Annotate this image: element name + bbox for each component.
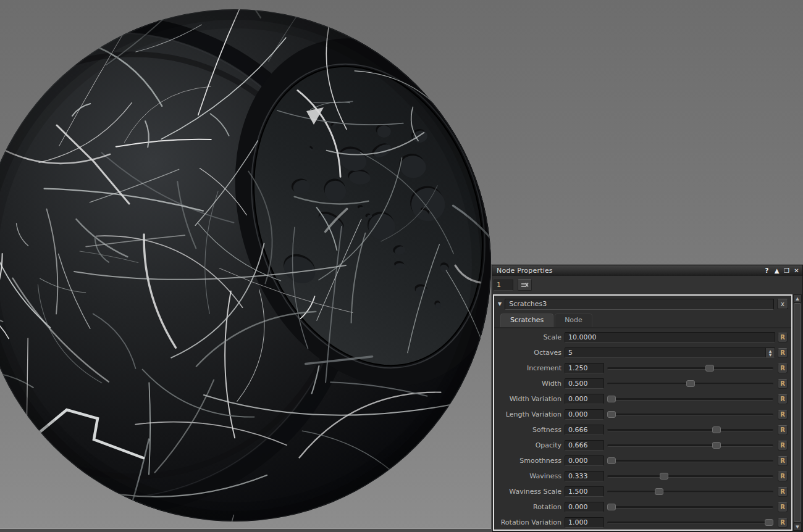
slider-thumb[interactable] xyxy=(712,426,721,433)
parameter-row: Width Variation 0.000 R xyxy=(494,391,791,407)
slider-thumb[interactable] xyxy=(660,473,668,480)
parameter-label: Smoothness xyxy=(494,457,563,465)
parameter-label: Rotation xyxy=(494,503,563,511)
reset-button[interactable]: R xyxy=(778,518,788,528)
remove-node-button[interactable]: x xyxy=(777,299,788,309)
tab-node[interactable]: Node xyxy=(555,314,592,327)
parameter-row: Waviness 0.333 R xyxy=(494,468,791,484)
reset-button[interactable]: R xyxy=(778,348,788,358)
parameter-value-field[interactable]: 1.250 xyxy=(565,363,604,373)
parameter-label: Increment xyxy=(494,364,563,372)
slider-thumb[interactable] xyxy=(607,457,616,464)
reset-button[interactable]: R xyxy=(778,379,788,389)
parameter-slider[interactable] xyxy=(607,378,773,389)
panel-scrollbar[interactable]: ▲ ▼ xyxy=(792,294,802,531)
parameter-slider[interactable] xyxy=(607,455,773,466)
slider-thumb[interactable] xyxy=(705,365,714,372)
scroll-down-icon[interactable]: ▼ xyxy=(793,523,802,531)
parameter-value-field[interactable]: 0.000 xyxy=(565,502,604,512)
parameter-slider[interactable] xyxy=(607,425,773,435)
reset-button[interactable]: R xyxy=(778,502,788,512)
restore-icon[interactable]: ❐ xyxy=(783,266,791,275)
parameter-label: Scale xyxy=(494,333,563,341)
collapse-arrow-icon[interactable]: ▼ xyxy=(498,301,502,307)
parameter-label: Width Variation xyxy=(494,395,563,403)
parameter-slider[interactable] xyxy=(607,440,773,451)
slider-thumb[interactable] xyxy=(607,504,616,510)
parameter-slider[interactable] xyxy=(607,502,773,512)
reset-button[interactable]: R xyxy=(778,364,788,373)
parameter-value-field[interactable]: 0.666 xyxy=(565,440,604,451)
node-group: ▼ Scratches3 x Scratches Node Scale 10.0… xyxy=(493,294,792,531)
parameter-row: Increment 1.250 R xyxy=(494,360,791,376)
parameter-value-field[interactable]: 0.000 xyxy=(565,455,604,466)
slider-thumb[interactable] xyxy=(607,396,616,402)
slider-track xyxy=(607,398,773,401)
parameter-value: 1.500 xyxy=(565,488,588,496)
spinner-arrows-icon[interactable]: ▲ ▼ xyxy=(765,348,775,357)
node-properties-panel: Node Properties ? ▲ ❐ ✕ 1 ▼ Scratches3 x… xyxy=(492,265,803,532)
parameter-value-field[interactable]: 10.0000 xyxy=(565,332,775,343)
panel-titlebar[interactable]: Node Properties ? ▲ ❐ ✕ xyxy=(492,265,802,276)
reset-button[interactable]: R xyxy=(778,333,788,343)
parameter-value-field[interactable]: 1.000 xyxy=(565,517,604,528)
parameter-value-field[interactable]: 0.333 xyxy=(565,471,604,481)
slider-thumb[interactable] xyxy=(765,519,773,526)
parameter-label: Rotation Variation xyxy=(494,518,563,526)
parameter-slider[interactable] xyxy=(607,394,773,404)
parameter-value: 5 xyxy=(565,349,573,357)
help-icon[interactable]: ? xyxy=(763,266,771,275)
parameter-value-field[interactable]: 0.000 xyxy=(565,394,604,404)
parameter-row: Scale 10.0000 R xyxy=(494,330,791,345)
parameter-row: Opacity 0.666 R xyxy=(494,438,791,453)
slider-thumb[interactable] xyxy=(712,442,721,449)
parameter-row: Smoothness 0.000 R xyxy=(494,453,791,468)
node-tabs: Scratches Node xyxy=(494,314,791,328)
reset-button[interactable]: R xyxy=(778,425,788,435)
parameter-value-field[interactable]: 0.000 xyxy=(565,409,604,420)
parameter-value: 0.000 xyxy=(565,410,588,418)
parameter-value-field[interactable]: 0.500 xyxy=(565,378,604,389)
slider-thumb[interactable] xyxy=(655,488,663,495)
parameter-slider[interactable] xyxy=(607,486,773,497)
reset-button[interactable]: R xyxy=(778,472,788,481)
parameter-slider[interactable] xyxy=(607,471,773,481)
parameter-value-field[interactable]: 5 ▲ ▼ xyxy=(565,347,775,358)
parameter-value-field[interactable]: 1.500 xyxy=(565,486,604,497)
parameter-value: 0.500 xyxy=(565,380,588,388)
node-name-field[interactable]: Scratches3 xyxy=(505,299,774,310)
node-header: ▼ Scratches3 x xyxy=(494,296,791,311)
parameter-label: Waviness xyxy=(494,472,563,480)
reset-button[interactable]: R xyxy=(778,394,788,404)
parameter-value: 0.000 xyxy=(565,395,588,403)
reset-button[interactable]: R xyxy=(778,441,788,451)
item-count-field[interactable]: 1 xyxy=(494,280,513,291)
parameter-value-field[interactable]: 0.666 xyxy=(565,425,604,435)
slider-track xyxy=(607,414,773,416)
parameter-label: Waviness Scale xyxy=(494,488,563,496)
parameter-value: 1.000 xyxy=(565,518,588,526)
pin-icon[interactable]: ▲ xyxy=(773,266,781,275)
parameter-slider[interactable] xyxy=(607,363,773,373)
scroll-up-icon[interactable]: ▲ xyxy=(793,294,802,302)
scrollbar-thumb[interactable] xyxy=(794,303,801,522)
tab-scratches[interactable]: Scratches xyxy=(500,314,553,327)
parameter-value: 0.666 xyxy=(565,426,588,434)
reset-button[interactable]: R xyxy=(778,410,788,420)
parameter-row: Waviness Scale 1.500 R xyxy=(494,484,791,499)
reset-button[interactable]: R xyxy=(778,456,788,466)
slider-thumb[interactable] xyxy=(686,380,695,387)
slider-track xyxy=(607,367,773,370)
parameter-slider[interactable] xyxy=(607,409,773,420)
slider-track xyxy=(607,475,773,478)
sync-button[interactable] xyxy=(518,279,532,291)
reset-button[interactable]: R xyxy=(778,487,788,497)
parameter-label: Octaves xyxy=(494,349,563,357)
parameter-row: Length Variation 0.000 R xyxy=(494,407,791,422)
parameter-value: 0.000 xyxy=(565,457,588,465)
parameter-slider[interactable] xyxy=(607,517,773,528)
close-icon[interactable]: ✕ xyxy=(792,266,801,275)
slider-thumb[interactable] xyxy=(607,411,616,418)
slider-track xyxy=(607,429,773,431)
panel-title: Node Properties xyxy=(497,267,763,275)
